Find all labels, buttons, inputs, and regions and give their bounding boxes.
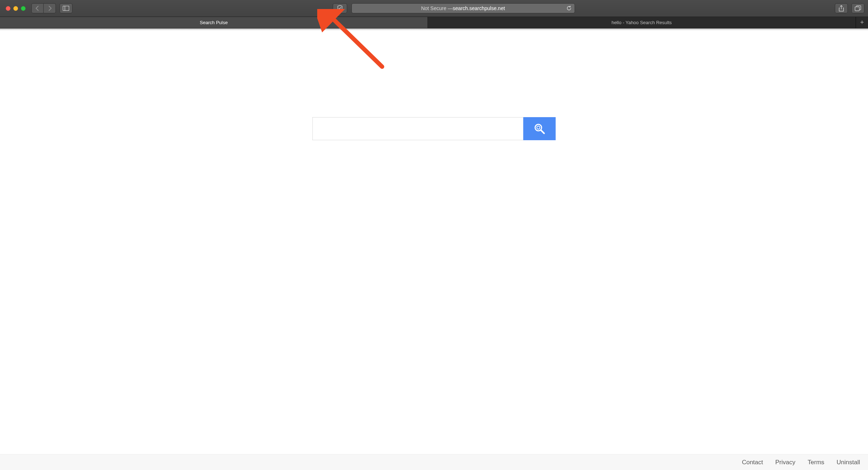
footer-link-uninstall[interactable]: Uninstall: [837, 459, 860, 466]
shield-icon: [337, 5, 343, 12]
sidebar-icon: [63, 6, 69, 11]
reload-icon: [566, 6, 572, 11]
sidebar-toggle-button[interactable]: [59, 3, 72, 13]
tab-label: Search Pulse: [200, 20, 227, 25]
svg-point-4: [537, 126, 540, 129]
tabs-overview-button[interactable]: [851, 3, 864, 13]
share-button[interactable]: [835, 3, 848, 13]
browser-chrome: Not Secure — search.searchpulse.net Sear…: [0, 0, 868, 28]
plus-icon: +: [860, 19, 864, 26]
right-toolbar: [835, 3, 864, 13]
search-button[interactable]: [523, 117, 556, 140]
privacy-shield-button[interactable]: [333, 3, 347, 13]
footer-link-privacy[interactable]: Privacy: [775, 459, 796, 466]
forward-button[interactable]: [44, 3, 56, 13]
svg-rect-2: [855, 7, 859, 11]
search-form: [313, 117, 556, 140]
address-security-label: Not Secure —: [421, 5, 453, 11]
svg-line-5: [541, 130, 544, 133]
toolbar: Not Secure — search.searchpulse.net: [0, 0, 868, 17]
address-bar[interactable]: Not Secure — search.searchpulse.net: [351, 3, 575, 13]
new-tab-button[interactable]: +: [856, 17, 868, 28]
search-input[interactable]: [313, 117, 523, 140]
back-button[interactable]: [31, 3, 44, 13]
footer-link-terms[interactable]: Terms: [808, 459, 824, 466]
fullscreen-window-button[interactable]: [21, 6, 26, 11]
chevron-right-icon: [48, 6, 52, 11]
close-window-button[interactable]: [6, 6, 10, 11]
window-controls: [6, 6, 26, 11]
minimize-window-button[interactable]: [13, 6, 18, 11]
magnifier-icon: [533, 123, 546, 135]
reload-button[interactable]: [566, 6, 572, 11]
svg-rect-0: [63, 6, 69, 11]
tab-strip: Search Pulse hello - Yahoo Search Result…: [0, 17, 868, 28]
nav-buttons: [31, 3, 56, 13]
tabs-icon: [855, 5, 861, 11]
tab-label: hello - Yahoo Search Results: [611, 20, 672, 25]
chevron-left-icon: [35, 6, 40, 11]
tab-yahoo-results[interactable]: hello - Yahoo Search Results: [428, 17, 856, 28]
address-host: search.searchpulse.net: [453, 5, 505, 11]
share-icon: [838, 5, 844, 12]
footer-link-contact[interactable]: Contact: [742, 459, 763, 466]
page-content: [0, 31, 868, 454]
tab-search-pulse[interactable]: Search Pulse: [0, 17, 428, 28]
address-area: Not Secure — search.searchpulse.net: [141, 3, 766, 13]
footer: Contact Privacy Terms Uninstall: [0, 454, 868, 470]
